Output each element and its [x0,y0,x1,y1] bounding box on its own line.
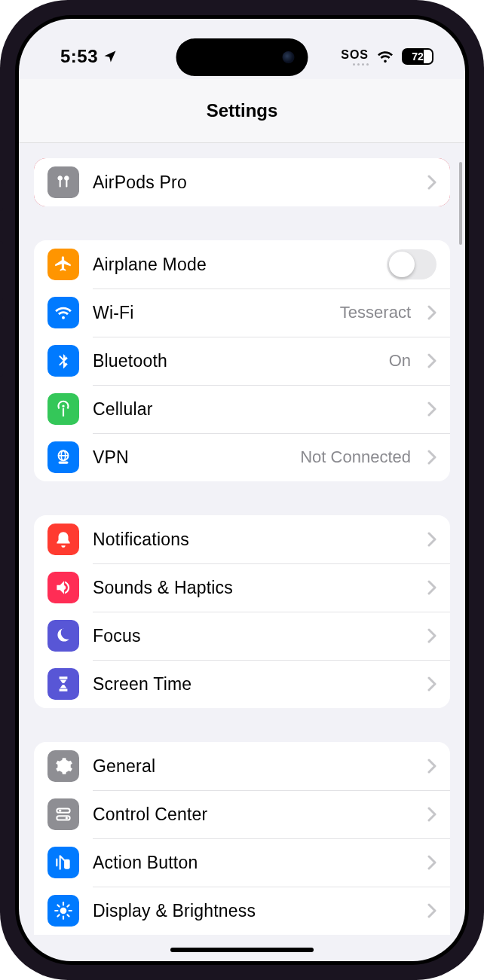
svg-rect-6 [57,816,69,820]
row-general[interactable]: General [34,742,450,790]
cellular-icon [47,393,79,425]
silent-switch [0,181,3,211]
svg-point-9 [60,908,67,914]
svg-rect-4 [57,808,69,812]
airplane-icon [47,249,79,280]
chevron-right-icon [427,628,437,643]
row-display-brightness[interactable]: Display & Brightness [34,887,450,935]
row-label: Airplane Mode [93,255,373,275]
screen: 5:53 SOS 72 [19,19,465,961]
svg-line-15 [67,914,69,916]
row-label: Action Button [93,853,414,873]
chevron-right-icon [427,401,437,417]
row-label: Sounds & Haptics [93,578,414,598]
phone-frame: 5:53 SOS 72 [0,0,484,980]
cell-signal-dots-icon [341,63,369,66]
row-airplane-mode[interactable]: Airplane Mode [34,240,450,289]
page-title: Settings [207,100,278,121]
settings-group-general: General Control Center A [34,742,450,935]
airplane-mode-toggle[interactable] [387,249,437,279]
phone-bezel: 5:53 SOS 72 [15,15,469,965]
notifications-icon [47,524,79,555]
row-wifi[interactable]: Wi-Fi Tesseract [34,289,450,337]
nav-header: Settings [19,79,465,143]
status-time: 5:53 [60,46,98,67]
row-label: General [93,756,414,777]
bluetooth-icon [47,345,79,377]
row-detail: Not Connected [300,447,411,467]
battery-icon: 72 [402,48,433,65]
home-indicator[interactable] [170,948,314,952]
row-detail: On [389,351,411,371]
settings-group-alerts: Notifications Sounds & Haptics [34,515,450,708]
row-label: Display & Brightness [93,901,414,921]
svg-rect-3 [59,461,69,463]
row-label: Focus [93,626,414,646]
svg-point-5 [59,810,61,812]
display-brightness-icon [47,895,79,927]
sos-indicator: SOS [341,48,369,66]
settings-group-connectivity: Airplane Mode Wi-Fi Tesseract [34,240,450,481]
row-label: Notifications [93,530,414,550]
wifi-icon [376,47,394,66]
row-label: Cellular [93,399,414,420]
volume-up-button [0,241,3,301]
row-detail: Tesseract [340,303,411,322]
sounds-icon [47,572,79,603]
row-airpods-pro[interactable]: AirPods Pro [34,158,450,206]
control-center-icon [47,798,79,830]
chevron-right-icon [427,305,437,320]
volume-down-button [0,316,3,377]
chevron-right-icon [427,175,437,190]
chevron-right-icon [427,855,437,870]
chevron-right-icon [427,580,437,595]
row-screen-time[interactable]: Screen Time [34,660,450,708]
row-label: Control Center [93,804,414,825]
airpods-icon [47,166,79,198]
dynamic-island [176,38,308,76]
row-cellular[interactable]: Cellular [34,385,450,433]
settings-group-airpods: AirPods Pro [34,158,450,206]
status-left: 5:53 [60,46,118,67]
action-button-icon [47,847,79,878]
location-icon [103,49,118,64]
row-control-center[interactable]: Control Center [34,790,450,838]
svg-rect-8 [64,859,70,869]
scrollbar[interactable] [459,162,462,245]
row-sounds-haptics[interactable]: Sounds & Haptics [34,563,450,612]
settings-content[interactable]: AirPods Pro Airplane Mode [19,143,465,961]
row-notifications[interactable]: Notifications [34,515,450,563]
chevron-right-icon [427,353,437,368]
row-vpn[interactable]: VPN Not Connected [34,433,450,481]
chevron-right-icon [427,759,437,774]
status-right: SOS 72 [341,47,433,66]
screen-time-icon [47,668,79,700]
battery-level: 72 [412,50,424,63]
chevron-right-icon [427,676,437,691]
vpn-icon [47,441,79,473]
general-icon [47,750,79,782]
focus-icon [47,620,79,652]
chevron-right-icon [427,450,437,465]
chevron-right-icon [427,903,437,918]
row-label: AirPods Pro [93,172,414,193]
svg-line-17 [67,905,69,906]
row-label: VPN [93,447,286,468]
power-button [481,264,484,354]
svg-line-16 [57,914,59,916]
row-action-button[interactable]: Action Button [34,838,450,887]
row-label: Bluetooth [93,351,375,371]
svg-line-14 [57,905,59,906]
row-bluetooth[interactable]: Bluetooth On [34,337,450,385]
row-focus[interactable]: Focus [34,612,450,660]
row-label: Wi-Fi [93,303,326,323]
chevron-right-icon [427,807,437,822]
svg-point-7 [66,817,68,819]
chevron-right-icon [427,532,437,547]
row-label: Screen Time [93,674,414,695]
wifi-settings-icon [47,297,79,328]
